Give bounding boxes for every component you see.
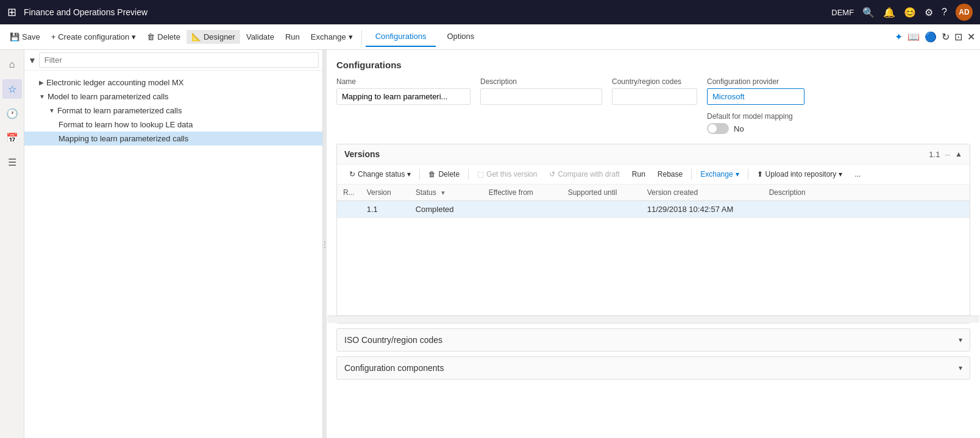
versions-delete-button[interactable]: 🗑 Delete	[424, 168, 464, 180]
form-group-description: Description	[480, 77, 602, 105]
toggle-row: No	[707, 123, 804, 134]
filter-icon[interactable]: ▼	[28, 55, 37, 65]
collapse-versions-button[interactable]: ▲	[955, 150, 962, 158]
description-input[interactable]	[480, 88, 602, 105]
compare-icon: ↺	[549, 170, 555, 178]
title-bar: ⊞ Finance and Operations Preview DEMF 🔍 …	[0, 0, 980, 24]
refresh-small-icon: ↻	[349, 170, 355, 178]
help-icon[interactable]: ?	[942, 7, 947, 18]
change-status-button[interactable]: ↻ Change status ▾	[344, 168, 416, 180]
validate-button[interactable]: Validate	[241, 30, 279, 44]
tab-configurations[interactable]: Configurations	[366, 27, 436, 47]
form-group-name: Name	[336, 77, 470, 105]
resize-icon[interactable]: ⊡	[954, 31, 962, 43]
form-group-provider: Configuration provider Default for model…	[707, 77, 804, 134]
save-button[interactable]: 💾 Save	[5, 30, 45, 44]
section-title: Configurations	[336, 60, 970, 70]
default-mapping-label: Default for model mapping	[707, 112, 804, 121]
filter-input[interactable]	[39, 52, 319, 68]
toggle-label: No	[734, 124, 744, 133]
sidebar-icon-home[interactable]: ⌂	[2, 55, 22, 74]
sidebar-icon-star[interactable]: ☆	[2, 79, 22, 99]
versions-controls: 1.1 -- ▲	[929, 150, 962, 159]
refresh-icon[interactable]: ↻	[942, 31, 950, 43]
cell-status: Completed	[410, 201, 483, 218]
versions-table: R... Version Status ▼ Effective from	[337, 185, 970, 316]
iso-header[interactable]: ISO Country/region codes ▾	[337, 329, 970, 351]
iso-chevron-down-icon: ▾	[959, 336, 962, 344]
sidebar-icon-calendar[interactable]: 📅	[2, 128, 22, 147]
sidebar-icon-recent[interactable]: 🕐	[2, 104, 22, 123]
form-group-country: Country/region codes	[612, 77, 697, 105]
th-description: Description	[763, 185, 970, 201]
designer-button[interactable]: 📐 Designer	[186, 30, 240, 44]
tree-item-electronic-ledger[interactable]: ▶ Electronic ledger accounting model MX	[24, 76, 322, 90]
delete-icon: 🗑	[147, 32, 155, 41]
delete-button[interactable]: 🗑 Delete	[142, 30, 185, 44]
app-title: Finance and Operations Preview	[24, 7, 147, 17]
exchange-dropdown-icon: ▾	[349, 32, 353, 41]
create-config-button[interactable]: + Create configuration ▾	[46, 30, 141, 44]
versions-section: Versions 1.1 -- ▲ ↻ Change status ▾ 🗑 De…	[336, 144, 970, 323]
tree-panel: ▼ ▶ Electronic ledger accounting model M…	[24, 50, 323, 438]
scroll-inner	[337, 317, 979, 318]
th-version: Version	[361, 185, 410, 201]
th-check: R...	[337, 185, 361, 201]
default-mapping-toggle[interactable]	[707, 123, 729, 134]
tree-content: ▶ Electronic ledger accounting model MX …	[24, 71, 322, 438]
horizontal-scrollbar[interactable]	[327, 316, 979, 323]
more-button[interactable]: ...	[850, 168, 865, 180]
sidebar-icons: ⌂ ☆ 🕐 📅 ☰	[0, 50, 24, 438]
provider-label: Configuration provider	[707, 77, 804, 86]
dropdown-icon: ▾	[132, 32, 136, 41]
provider-input[interactable]	[707, 88, 804, 105]
table-row[interactable]: 1.1 Completed 11/29/2018 10:42:57 AM	[337, 201, 970, 218]
star-icon[interactable]: ✦	[895, 31, 903, 43]
settings-icon[interactable]: ⚙	[925, 7, 933, 18]
status-filter-icon[interactable]: ▼	[440, 189, 446, 196]
versions-run-button[interactable]: Run	[627, 168, 650, 180]
th-effective: Effective from	[483, 185, 562, 201]
name-input[interactable]	[336, 88, 470, 105]
compare-draft-button[interactable]: ↺ Compare with draft	[544, 168, 624, 180]
tree-item-format[interactable]: ▼ Format to learn parameterized calls	[24, 104, 322, 118]
upload-repo-button[interactable]: ⬆ Upload into repository ▾	[752, 168, 848, 180]
form-row-main: Name Description Country/region codes Co…	[336, 77, 970, 134]
tree-item-model[interactable]: ▼ Model to learn parameterized calls	[24, 90, 322, 104]
save-icon: 💾	[10, 32, 20, 41]
run-button[interactable]: Run	[280, 30, 305, 44]
config-components-header[interactable]: Configuration components ▾	[337, 357, 970, 379]
tree-toolbar: ▼	[24, 50, 322, 71]
config-components-section: Configuration components ▾	[336, 356, 970, 380]
search-icon[interactable]: 🔍	[862, 7, 875, 18]
toolbar-separator	[361, 30, 362, 44]
versions-title: Versions	[344, 149, 380, 159]
smiley-icon[interactable]: 😊	[904, 7, 916, 18]
get-version-button[interactable]: ⬚ Get this version	[472, 168, 542, 180]
name-label: Name	[336, 77, 470, 86]
user-label: DEMF	[831, 8, 854, 17]
change-status-dropdown-icon: ▾	[407, 170, 411, 178]
avatar[interactable]: AD	[956, 4, 973, 21]
close-icon[interactable]: ✕	[967, 31, 975, 43]
config-components-title: Configuration components	[344, 363, 444, 373]
tree-item-format-lookup[interactable]: Format to learn how to lookup LE data	[24, 118, 322, 132]
rebase-button[interactable]: Rebase	[653, 168, 687, 180]
bell-icon[interactable]: 🔔	[883, 7, 895, 18]
cell-version: 1.1	[361, 201, 410, 218]
versions-header: Versions 1.1 -- ▲	[337, 144, 970, 164]
tab-options[interactable]: Options	[437, 27, 484, 47]
exchange-button[interactable]: Exchange ▾	[306, 30, 358, 44]
country-input[interactable]	[612, 88, 697, 105]
upload-dropdown-icon: ▾	[839, 170, 842, 178]
book-icon[interactable]: 📖	[907, 31, 920, 43]
sidebar-icon-list[interactable]: ☰	[2, 152, 22, 172]
grid-icon[interactable]: ⊞	[7, 5, 16, 19]
iso-section: ISO Country/region codes ▾	[336, 328, 970, 351]
chevron-right-icon: ▶	[39, 79, 44, 86]
versions-table-body: 1.1 Completed 11/29/2018 10:42:57 AM	[337, 201, 970, 316]
tree-item-mapping[interactable]: Mapping to learn parameterized calls	[24, 132, 322, 146]
versions-exchange-button[interactable]: Exchange ▾	[695, 168, 744, 180]
badge-icon[interactable]: 🔵	[925, 31, 937, 43]
th-created: Version created	[641, 185, 763, 201]
